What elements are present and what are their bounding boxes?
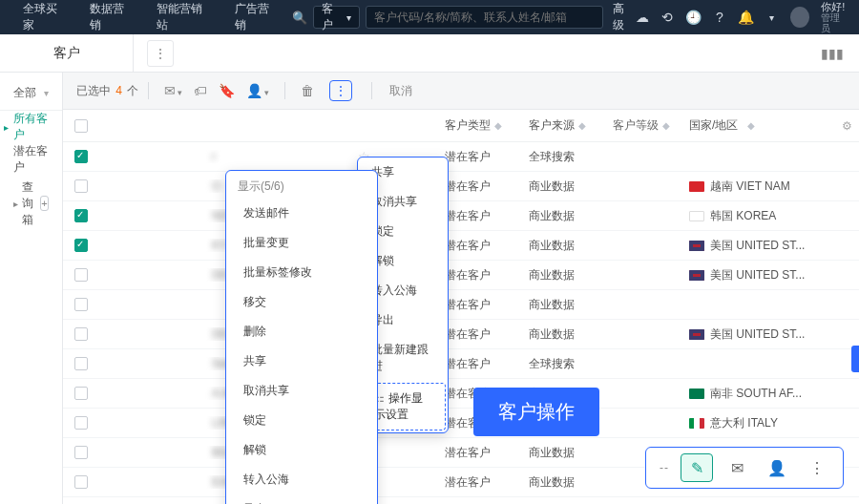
cell-country: 美国 UNITED ST...: [681, 238, 834, 254]
display-option-item[interactable]: 批量标签修改: [226, 258, 377, 287]
sub-header: 客户 ⋮ ▮▮▮: [0, 34, 859, 73]
cancel-selection-button[interactable]: 取消: [389, 83, 412, 99]
flag-icon: [689, 270, 704, 281]
user-icon[interactable]: 👤: [761, 453, 793, 482]
mail-icon[interactable]: ✉: [721, 453, 753, 482]
row-checkbox[interactable]: [74, 446, 88, 459]
table-row[interactable]: KY☆潜在客户商业数据美国 UNITED ST...: [63, 231, 859, 261]
cell-type: 潜在客户: [437, 267, 521, 284]
display-option-item[interactable]: 批量变更: [226, 228, 377, 258]
display-option-item[interactable]: 取消共享: [226, 376, 377, 406]
search-scope-dropdown[interactable]: 客户▾: [313, 6, 360, 29]
display-option-item[interactable]: 转入公海: [226, 465, 377, 494]
cell-source: 商业数据: [521, 326, 605, 343]
display-option-item[interactable]: 解锁: [226, 435, 377, 465]
cell-type: 潜在客户: [437, 356, 521, 372]
nav-ads[interactable]: 广告营销: [223, 0, 290, 34]
clock-icon[interactable]: 🕘: [686, 10, 702, 25]
nav-data-marketing[interactable]: 数据营销: [78, 0, 145, 34]
cell-country: 意大利 ITALY: [681, 415, 834, 431]
row-checkbox[interactable]: [74, 150, 88, 163]
row-checkbox[interactable]: [74, 327, 88, 341]
table-row[interactable]: r☆潜在客户全球搜索: [63, 142, 859, 172]
avatar[interactable]: [790, 7, 809, 28]
delete-icon[interactable]: 🗑: [301, 83, 314, 98]
display-option-item[interactable]: 移交: [226, 287, 377, 317]
col-type[interactable]: 客户类型◆: [437, 117, 521, 134]
more-actions-button[interactable]: ⋮: [329, 80, 352, 101]
table-row[interactable]: O☆潜在客户商业数据越南 VIET NAM: [63, 172, 859, 201]
row-checkbox[interactable]: [74, 475, 88, 489]
display-option-item[interactable]: 删除: [226, 317, 377, 346]
top-nav: 全球买家 数据营销 智能营销站 广告营销 客户▾ 🔍 高级 ☁ ⟲ 🕘 ? 🔔 …: [0, 0, 859, 34]
add-query-button[interactable]: +: [40, 196, 49, 211]
assign-user-icon[interactable]: 👤▾: [246, 83, 269, 98]
cell-type: 潜在客户: [437, 474, 521, 491]
cell-name[interactable]: r: [204, 150, 347, 163]
cell-type: 潜在客户: [437, 149, 521, 165]
cell-country: 南非 SOUTH AF...: [681, 386, 834, 402]
col-source[interactable]: 客户来源◆: [521, 117, 605, 134]
cell-source: 全球搜索: [521, 149, 605, 165]
advanced-search-link[interactable]: 高级: [613, 1, 635, 33]
flag-icon: [689, 329, 704, 340]
more-icon[interactable]: ⋮: [801, 453, 833, 482]
table-row[interactable]: LINE I...★潜在客户商业数据意大利 ITALY: [63, 409, 859, 438]
select-all-checkbox[interactable]: [74, 119, 88, 133]
edit-icon[interactable]: ✎: [681, 453, 713, 482]
mail-icon[interactable]: ✉▾: [164, 83, 182, 98]
table-row[interactable]: A All ...☆潜在客户商业数据南非 SOUTH AF...: [63, 379, 859, 409]
sidebar: 全部▾ 所有客户 潜在客户 ▸查询箱+: [0, 73, 63, 504]
cell-type: 潜在客户: [437, 208, 521, 224]
stats-icon[interactable]: ▮▮▮: [821, 46, 844, 61]
chevron-down-icon: ▾: [765, 10, 779, 25]
cell-source: 商业数据: [521, 297, 605, 313]
nav-smart-site[interactable]: 智能营销站: [145, 0, 223, 34]
table-row[interactable]: ND☆潜在客户商业数据韩国 KOREA: [63, 201, 859, 231]
display-option-item[interactable]: 导出: [226, 494, 377, 504]
cell-source: 商业数据: [521, 208, 605, 224]
row-checkbox[interactable]: [74, 416, 88, 430]
chevron-down-icon: ▾: [44, 88, 49, 98]
cloud-icon[interactable]: ☁: [635, 10, 649, 25]
cell-country: 美国 UNITED ST...: [681, 267, 834, 284]
table-row[interactable]: DE IN...☆潜在客户商业数据美国 UNITED ST...: [63, 261, 859, 290]
table-row[interactable]: C00000249T O - ...★潜在客户全球搜索: [63, 497, 859, 504]
nav-global-buyers[interactable]: 全球买家: [11, 0, 78, 34]
sidebar-item-all-customers[interactable]: 所有客户: [0, 111, 62, 143]
cell-source: 商业数据: [521, 178, 605, 195]
row-checkbox[interactable]: [74, 268, 88, 282]
sidebar-filter-dropdown[interactable]: 全部▾: [0, 76, 62, 111]
col-country[interactable]: 国家/地区◆: [681, 117, 834, 134]
module-menu-button[interactable]: ⋮: [147, 40, 174, 67]
row-checkbox[interactable]: [74, 179, 88, 193]
cell-source: 商业数据: [521, 445, 605, 461]
help-icon[interactable]: ?: [713, 10, 727, 25]
display-option-item[interactable]: 共享: [226, 346, 377, 376]
row-checkbox[interactable]: [74, 239, 88, 252]
display-option-item[interactable]: 发送邮件: [226, 199, 377, 228]
table-row[interactable]: ☆潜在客户商业数据: [63, 290, 859, 320]
sidebar-item-potential-customers[interactable]: 潜在客户: [0, 143, 62, 176]
right-edge-tab[interactable]: [851, 346, 859, 372]
bell-icon[interactable]: 🔔: [738, 10, 753, 25]
col-level[interactable]: 客户等级◆: [605, 117, 681, 134]
refresh-icon[interactable]: ⟲: [660, 10, 675, 25]
search-input[interactable]: [366, 6, 603, 29]
row-checkbox[interactable]: [74, 209, 88, 222]
cell-source: 全球搜索: [521, 356, 605, 372]
cell-type: 潜在客户: [437, 326, 521, 343]
table-row[interactable]: DE IN...★潜在客户商业数据美国 UNITED ST...: [63, 320, 859, 349]
search-icon[interactable]: 🔍: [292, 10, 307, 25]
sidebar-item-query-box[interactable]: ▸查询箱+: [0, 187, 62, 220]
cell-type: 潜在客户: [437, 445, 521, 461]
cell-type: 潜在客户: [437, 238, 521, 254]
display-option-item[interactable]: 锁定: [226, 406, 377, 435]
row-checkbox[interactable]: [74, 298, 88, 311]
table-settings-icon[interactable]: ⚙: [834, 119, 859, 133]
row-checkbox[interactable]: [74, 387, 88, 400]
table-row[interactable]: Secu...☆潜在客户全球搜索: [63, 349, 859, 379]
bookmark-icon[interactable]: 🔖: [219, 83, 235, 98]
tag-icon[interactable]: 🏷: [194, 83, 207, 98]
row-checkbox[interactable]: [74, 357, 88, 370]
